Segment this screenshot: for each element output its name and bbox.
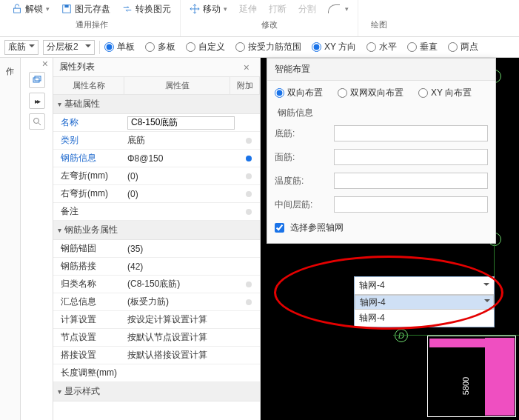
smart-section-title: 钢筋信息 [278,107,488,119]
svg-rect-3 [33,78,39,82]
row-type: 类别 底筋 [53,132,260,150]
dot-lbend[interactable] [246,173,252,179]
property-panel-close[interactable]: × [239,61,254,73]
save-primitive-label: 图元存盘 [75,3,110,16]
left-toolbar: × ▸▸ [21,58,53,420]
category-select[interactable]: 底筋 [4,40,38,55]
left-tab-work[interactable]: 作 [0,58,21,420]
property-panel-title: 属性列表 [59,61,95,73]
layers-icon [33,76,41,84]
input-temp[interactable] [334,173,488,189]
grid-option-1[interactable]: 轴网-4 [355,310,494,327]
lbl-bottom: 底筋: [275,127,319,140]
radio-multi[interactable]: 多板 [145,41,175,53]
grid-checkbox-label: 选择参照轴网 [290,221,344,234]
layer-select[interactable]: 分层板2 [43,40,95,55]
group-rebar-biz[interactable]: 钢筋业务属性 [53,221,260,240]
svg-point-5 [33,119,38,124]
unlock-button[interactable]: 解锁 ▾ [9,1,53,17]
arc-icon [328,4,340,13]
radio-xy-layout[interactable]: XY 向布置 [418,87,472,99]
lbl-type: 类别 [53,132,124,149]
ribbon-group-modify-title: 修改 [261,19,278,30]
dot-rebar-info[interactable] [246,156,252,161]
row-calc: 计算设置按设定计算设置计算 [53,311,260,329]
radio-2pt[interactable]: 两点 [448,41,478,53]
grid-checkbox[interactable] [275,223,284,233]
row-class: 归类名称(C8-150底筋) [53,276,260,293]
input-top[interactable] [334,149,488,165]
row-name: 名称 [53,114,260,132]
dot-remark[interactable] [246,209,252,215]
row-anchor: 钢筋锚固(35) [53,240,260,258]
search-icon [33,117,41,126]
radio-xy[interactable]: XY 方向 [312,41,356,53]
val-rebar-info: Φ8@150 [127,153,163,164]
input-bottom[interactable] [334,125,488,141]
group-basic[interactable]: 基础属性 [53,95,260,114]
radio-horiz[interactable]: 水平 [366,41,397,53]
lbl-name: 名称 [53,114,124,131]
convert-primitive-button[interactable]: 转换图元 [119,1,174,17]
radio-single[interactable]: 单板 [104,41,135,53]
svg-rect-4 [35,76,41,81]
floppy-icon [61,4,72,14]
input-name[interactable] [127,116,235,130]
radio-dual[interactable]: 双向布置 [275,87,323,99]
lbl-rebar-info: 钢筋信息 [53,150,124,167]
extend-button: 延伸 [236,1,260,17]
ribbon-group-common-title: 通用操作 [76,19,108,30]
unlock-icon [12,4,22,14]
move-button[interactable]: 移动 ▾ [187,1,230,17]
property-body: 基础属性 名称 类别 底筋 钢筋信息 Φ8@150 左弯折(mm) (0) [53,95,260,420]
save-primitive-button[interactable]: 图元存盘 [58,1,113,17]
input-mid[interactable] [334,196,488,213]
ribbon: 解锁 ▾ 图元存盘 转换图元 通用操作 移动 ▾ 延伸 打断 分割 ▾ [0,0,519,37]
row-lapset: 搭接设置按默认搭接设置计算 [53,347,260,364]
property-panel-head: 属性列表 × [53,58,260,77]
row-len: 长度调整(mm) [53,364,260,382]
smart-mode-radios: 双向布置 双网双向布置 XY 向布置 [275,87,488,99]
ribbon-group-common: 解锁 ▾ 图元存盘 转换图元 通用操作 [3,0,181,36]
convert-primitive-label: 转换图元 [135,3,171,16]
split-button: 分割 [295,1,319,17]
svg-rect-2 [64,5,68,8]
search-button[interactable] [29,113,45,130]
col-name: 属性名称 [53,77,124,94]
break-label: 打断 [269,3,287,16]
grid-dropdown[interactable]: 轴网-4 轴网-4 轴网-4 [354,276,495,327]
split-label: 分割 [298,3,316,16]
radio-vert[interactable]: 垂直 [407,41,438,53]
radio-range[interactable]: 按受力筋范围 [235,41,301,53]
tool-icon-1[interactable] [29,72,45,88]
expand-button[interactable]: ▸▸ [29,93,45,109]
radio-custom[interactable]: 自定义 [186,41,225,53]
col-val: 属性值 [124,77,230,94]
dot-rbend[interactable] [246,191,252,197]
val-rbend: (0) [127,189,138,199]
lbl-mid: 中间层筋: [275,199,319,211]
lbl-temp: 温度筋: [275,175,319,187]
move-label: 移动 [203,3,221,16]
grid-dropdown-value[interactable]: 轴网-4 [355,277,494,295]
val-type: 底筋 [127,134,145,147]
radio-dual2[interactable]: 双网双向布置 [338,87,404,99]
row-sum: 汇总信息(板受力筋) [53,293,260,311]
filter-bar: 底筋 分层板2 单板 多板 自定义 按受力筋范围 XY 方向 水平 垂直 两点 [0,37,519,58]
unlock-label: 解锁 [25,3,43,16]
dot-type[interactable] [246,138,252,144]
close-left-button[interactable]: × [38,58,53,70]
arc-button[interactable]: ▾ [325,3,352,15]
axis-bubble-d: D [395,329,408,342]
grid-option-0[interactable]: 轴网-4 [355,295,494,310]
smart-panel: 智能布置 双向布置 双网双向布置 XY 向布置 钢筋信息 底筋: 面筋: 温度筋… [267,58,496,244]
ribbon-group-draw-title: 绘图 [371,19,387,30]
row-rebar-info: 钢筋信息 Φ8@150 [53,150,260,167]
row-remark: 备注 [53,203,260,221]
ribbon-group-modify: 移动 ▾ 延伸 打断 分割 ▾ 修改 [181,0,358,36]
grid-checkbox-row: 选择参照轴网 [275,221,488,234]
lbl-rbend: 右弯折(mm) [53,185,124,202]
filter-radios: 单板 多板 自定义 按受力筋范围 XY 方向 水平 垂直 两点 [104,41,478,53]
group-display[interactable]: 显示样式 [53,382,260,401]
dim-5800: 5800 [461,377,470,395]
